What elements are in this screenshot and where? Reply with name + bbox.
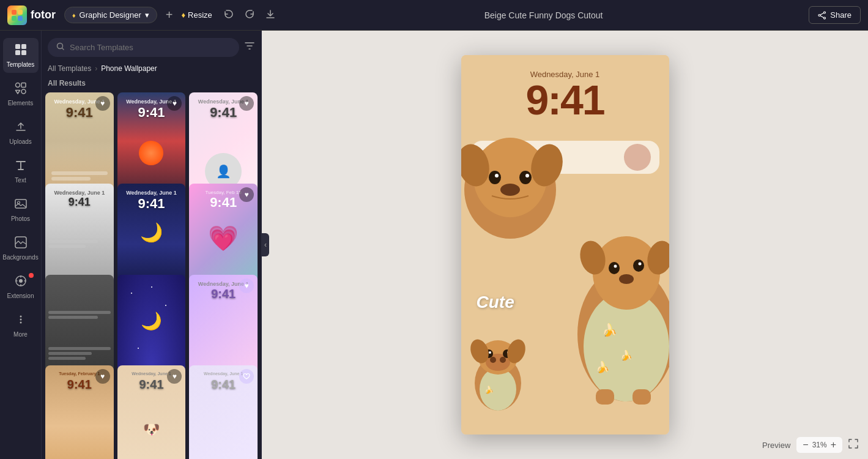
sidebar-item-templates-label: Templates	[7, 61, 35, 68]
chevron-down-icon: ▾	[145, 10, 149, 20]
svg-point-27	[489, 171, 501, 184]
undo-button[interactable]	[221, 6, 237, 24]
cute-text: Cute	[477, 293, 514, 312]
sidebar-item-extension-label: Extension	[7, 293, 34, 299]
templates-panel: All Templates › Phone Wallpaper All Resu…	[42, 31, 262, 459]
sidebar-item-photos-label: Photos	[11, 215, 30, 222]
resize-label: Resize	[188, 10, 212, 20]
card-date: Wednesday, June 1	[117, 190, 186, 196]
sidebar-item-text[interactable]: Text	[3, 154, 39, 188]
sidebar-item-backgrounds[interactable]: Backgrounds	[3, 231, 39, 266]
svg-point-52	[490, 357, 496, 363]
svg-rect-2	[12, 16, 17, 21]
canvas-title: Beige Cute Funny Dogs Cutout	[284, 10, 803, 20]
breadcrumb-parent-link[interactable]: All Templates	[48, 64, 91, 73]
share-button[interactable]: Share	[809, 6, 861, 24]
svg-point-11	[15, 83, 20, 88]
icon-rail: Templates Elements Uploads	[0, 31, 42, 459]
zoom-in-button[interactable]: +	[831, 439, 836, 450]
breadcrumb-separator: ›	[95, 64, 97, 73]
svg-point-53	[500, 357, 506, 363]
sidebar-item-photos[interactable]: Photos	[3, 192, 39, 227]
photos-icon	[14, 197, 28, 214]
card-time: 9:41	[45, 196, 114, 209]
svg-point-29	[495, 174, 499, 177]
canvas-area: ‹ Wednesday, June 1 9:41	[262, 31, 868, 459]
sidebar-item-elements[interactable]: Elements	[3, 76, 39, 111]
zoom-level: 31%	[812, 441, 827, 449]
sidebar-item-text-label: Text	[15, 177, 26, 184]
favorite-button[interactable]: ♥	[95, 369, 110, 384]
svg-point-41	[633, 259, 644, 272]
collapse-panel-button[interactable]: ‹	[262, 233, 269, 256]
svg-rect-9	[15, 50, 20, 55]
canvas: Wednesday, June 1 9:41	[461, 55, 669, 435]
redo-button[interactable]	[242, 6, 258, 24]
backgrounds-icon	[14, 236, 28, 252]
sidebar-item-uploads[interactable]: Uploads	[3, 115, 39, 150]
zoom-out-button[interactable]: −	[803, 439, 808, 450]
topbar: fotor ♦ Graphic Designer ▾ + ♦ Resize	[0, 0, 868, 31]
share-label: Share	[830, 10, 851, 20]
svg-point-19	[20, 316, 21, 318]
save-button[interactable]	[262, 6, 278, 24]
svg-rect-3	[18, 16, 23, 21]
sidebar-item-backgrounds-label: Backgrounds	[2, 254, 38, 261]
svg-point-21	[20, 322, 21, 324]
svg-text:🍌: 🍌	[596, 360, 610, 374]
preview-button[interactable]: Preview	[762, 441, 790, 450]
zoom-controls: − 31% +	[796, 437, 842, 453]
card-date: Wednesday, June 1	[45, 190, 114, 196]
fullscreen-button[interactable]	[848, 439, 858, 451]
fotor-wordmark: fotor	[31, 9, 56, 21]
favorite-button[interactable]: ♥	[239, 278, 254, 293]
templates-grid: Wednesday, June 1 9:41 ♥ Wednesday, June…	[42, 92, 261, 459]
svg-point-56	[489, 351, 491, 354]
fotor-logo: fotor	[7, 6, 56, 25]
sidebar-item-uploads-label: Uploads	[9, 138, 32, 145]
resize-diamond-icon: ♦	[181, 10, 185, 20]
favorite-button[interactable]: ♥	[95, 96, 110, 111]
svg-point-30	[525, 174, 529, 177]
resize-button[interactable]: ♦ Resize	[181, 10, 212, 20]
diamond-icon: ♦	[72, 12, 76, 19]
breadcrumb: All Templates › Phone Wallpaper	[42, 64, 261, 76]
svg-point-6	[824, 17, 826, 19]
sidebar-item-templates[interactable]: Templates	[3, 38, 39, 73]
designer-mode-button[interactable]: ♦ Graphic Designer ▾	[64, 7, 157, 23]
bottom-bar: Preview − 31% +	[762, 437, 858, 453]
svg-text:🍌: 🍌	[620, 349, 632, 361]
svg-rect-10	[21, 50, 26, 55]
svg-point-4	[824, 12, 826, 13]
template-card[interactable]: Tuesday, February 1 9:41 sweet love ♥	[45, 365, 114, 459]
history-actions	[221, 6, 278, 24]
template-card[interactable]: Wednesday, June 1 9:41	[189, 365, 258, 459]
svg-point-42	[614, 265, 617, 268]
svg-point-28	[519, 171, 532, 184]
canvas-time: 9:41	[473, 79, 657, 121]
filter-button[interactable]	[244, 40, 255, 54]
svg-rect-13	[21, 89, 26, 94]
favorite-button[interactable]: ♥	[239, 96, 254, 111]
sidebar-item-more-label: More	[13, 331, 28, 338]
results-label: All Results	[42, 76, 261, 92]
svg-point-43	[638, 263, 641, 266]
sidebar-item-elements-label: Elements	[8, 100, 34, 106]
svg-text:🍌: 🍌	[602, 323, 617, 337]
svg-point-5	[818, 14, 820, 16]
svg-rect-46	[632, 389, 651, 405]
sidebar-item-more[interactable]: More	[3, 308, 39, 343]
sidebar-item-extension[interactable]: Extension	[3, 269, 39, 304]
designer-label: Graphic Designer	[80, 10, 141, 20]
svg-point-18	[19, 279, 23, 283]
dog-wallpaper: Wednesday, June 1 9:41	[461, 55, 669, 435]
search-input[interactable]	[70, 43, 231, 52]
svg-rect-1	[18, 10, 23, 15]
svg-rect-8	[21, 44, 26, 49]
svg-point-37	[593, 236, 660, 310]
add-button[interactable]: +	[163, 6, 176, 24]
favorite-button[interactable]: ♥	[239, 187, 254, 202]
card-time: 9:41	[117, 196, 186, 212]
search-input-wrap	[48, 38, 239, 57]
template-card[interactable]: Wednesday, June 1 9:41 🐶 ♥	[117, 365, 186, 459]
